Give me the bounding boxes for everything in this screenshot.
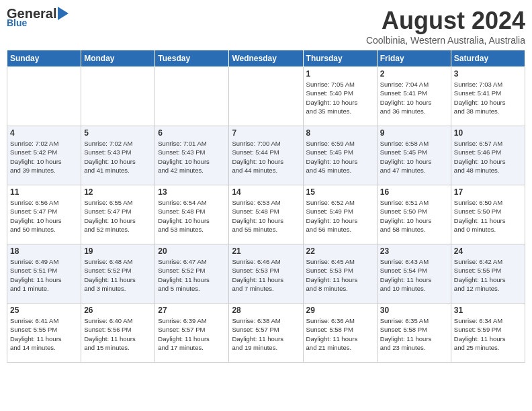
location: Coolbinia, Western Australia, Australia bbox=[366, 35, 525, 46]
day-info: Sunrise: 6:34 AM Sunset: 5:59 PM Dayligh… bbox=[454, 316, 522, 352]
day-info: Sunrise: 6:45 AM Sunset: 5:53 PM Dayligh… bbox=[306, 257, 374, 293]
calendar-week-1: 1Sunrise: 7:05 AM Sunset: 5:40 PM Daylig… bbox=[7, 67, 525, 126]
day-number: 13 bbox=[158, 187, 226, 197]
day-number: 17 bbox=[454, 187, 522, 197]
calendar-week-3: 11Sunrise: 6:56 AM Sunset: 5:47 PM Dayli… bbox=[7, 185, 525, 244]
page-header: General Blue August 2024 Coolbinia, West… bbox=[7, 7, 525, 46]
day-number: 27 bbox=[158, 306, 226, 315]
calendar-cell-5-3: 27Sunrise: 6:39 AM Sunset: 5:57 PM Dayli… bbox=[155, 304, 229, 363]
calendar-cell-5-5: 29Sunrise: 6:36 AM Sunset: 5:58 PM Dayli… bbox=[303, 304, 377, 363]
calendar-week-4: 18Sunrise: 6:49 AM Sunset: 5:51 PM Dayli… bbox=[7, 244, 525, 304]
day-number: 26 bbox=[84, 306, 152, 315]
calendar-cell-4-7: 24Sunrise: 6:42 AM Sunset: 5:55 PM Dayli… bbox=[451, 244, 525, 304]
calendar-cell-3-3: 13Sunrise: 6:54 AM Sunset: 5:48 PM Dayli… bbox=[155, 185, 229, 244]
day-number: 24 bbox=[454, 246, 522, 256]
header-monday: Monday bbox=[81, 50, 155, 67]
day-info: Sunrise: 6:56 AM Sunset: 5:47 PM Dayligh… bbox=[10, 198, 78, 234]
calendar-cell-5-4: 28Sunrise: 6:38 AM Sunset: 5:57 PM Dayli… bbox=[229, 304, 303, 363]
calendar-cell-2-4: 7Sunrise: 7:00 AM Sunset: 5:44 PM Daylig… bbox=[229, 126, 303, 185]
day-number: 22 bbox=[306, 246, 374, 256]
day-number: 20 bbox=[158, 246, 226, 256]
day-number: 30 bbox=[380, 306, 448, 315]
day-number: 15 bbox=[306, 187, 374, 197]
day-info: Sunrise: 7:03 AM Sunset: 5:41 PM Dayligh… bbox=[454, 80, 522, 116]
calendar-cell-2-7: 10Sunrise: 6:57 AM Sunset: 5:46 PM Dayli… bbox=[451, 126, 525, 185]
month-title: August 2024 bbox=[366, 7, 525, 35]
day-number: 4 bbox=[10, 128, 78, 138]
header-wednesday: Wednesday bbox=[229, 50, 303, 67]
day-info: Sunrise: 6:57 AM Sunset: 5:46 PM Dayligh… bbox=[454, 139, 522, 175]
calendar-cell-3-5: 15Sunrise: 6:52 AM Sunset: 5:49 PM Dayli… bbox=[303, 185, 377, 244]
calendar-cell-4-2: 19Sunrise: 6:48 AM Sunset: 5:52 PM Dayli… bbox=[81, 244, 155, 304]
day-number: 5 bbox=[84, 128, 152, 138]
day-info: Sunrise: 6:54 AM Sunset: 5:48 PM Dayligh… bbox=[158, 198, 226, 234]
calendar-cell-1-2 bbox=[81, 67, 155, 126]
calendar-cell-3-2: 12Sunrise: 6:55 AM Sunset: 5:47 PM Dayli… bbox=[81, 185, 155, 244]
day-info: Sunrise: 6:52 AM Sunset: 5:49 PM Dayligh… bbox=[306, 198, 374, 234]
calendar-cell-3-7: 17Sunrise: 6:50 AM Sunset: 5:50 PM Dayli… bbox=[451, 185, 525, 244]
calendar-cell-5-6: 30Sunrise: 6:35 AM Sunset: 5:58 PM Dayli… bbox=[377, 304, 451, 363]
day-number: 3 bbox=[454, 69, 522, 79]
calendar-cell-1-4 bbox=[229, 67, 303, 126]
calendar-cell-2-6: 9Sunrise: 6:58 AM Sunset: 5:45 PM Daylig… bbox=[377, 126, 451, 185]
day-info: Sunrise: 6:43 AM Sunset: 5:54 PM Dayligh… bbox=[380, 257, 448, 293]
day-info: Sunrise: 7:01 AM Sunset: 5:43 PM Dayligh… bbox=[158, 139, 226, 175]
day-info: Sunrise: 6:55 AM Sunset: 5:47 PM Dayligh… bbox=[84, 198, 152, 234]
day-info: Sunrise: 6:53 AM Sunset: 5:48 PM Dayligh… bbox=[232, 198, 300, 234]
day-info: Sunrise: 6:46 AM Sunset: 5:53 PM Dayligh… bbox=[232, 257, 300, 293]
day-info: Sunrise: 6:36 AM Sunset: 5:58 PM Dayligh… bbox=[306, 316, 374, 352]
calendar-week-2: 4Sunrise: 7:02 AM Sunset: 5:42 PM Daylig… bbox=[7, 126, 525, 185]
header-thursday: Thursday bbox=[303, 50, 377, 67]
day-number: 25 bbox=[10, 306, 78, 315]
day-number: 23 bbox=[380, 246, 448, 256]
calendar-cell-5-2: 26Sunrise: 6:40 AM Sunset: 5:56 PM Dayli… bbox=[81, 304, 155, 363]
day-number: 29 bbox=[306, 306, 374, 315]
day-info: Sunrise: 7:02 AM Sunset: 5:43 PM Dayligh… bbox=[84, 139, 152, 175]
day-number: 18 bbox=[10, 246, 78, 256]
calendar-cell-1-3 bbox=[155, 67, 229, 126]
day-info: Sunrise: 7:02 AM Sunset: 5:42 PM Dayligh… bbox=[10, 139, 78, 175]
day-info: Sunrise: 6:41 AM Sunset: 5:55 PM Dayligh… bbox=[10, 316, 78, 352]
day-number: 9 bbox=[380, 128, 448, 138]
day-number: 21 bbox=[232, 246, 300, 256]
title-block: August 2024 Coolbinia, Western Australia… bbox=[366, 7, 525, 46]
day-number: 14 bbox=[232, 187, 300, 197]
calendar-week-5: 25Sunrise: 6:41 AM Sunset: 5:55 PM Dayli… bbox=[7, 304, 525, 363]
calendar-cell-3-1: 11Sunrise: 6:56 AM Sunset: 5:47 PM Dayli… bbox=[7, 185, 81, 244]
calendar-table: SundayMondayTuesdayWednesdayThursdayFrid… bbox=[7, 50, 525, 363]
calendar-cell-3-4: 14Sunrise: 6:53 AM Sunset: 5:48 PM Dayli… bbox=[229, 185, 303, 244]
day-info: Sunrise: 6:49 AM Sunset: 5:51 PM Dayligh… bbox=[10, 257, 78, 293]
calendar-cell-4-6: 23Sunrise: 6:43 AM Sunset: 5:54 PM Dayli… bbox=[377, 244, 451, 304]
logo-blue: Blue bbox=[7, 17, 27, 28]
header-friday: Friday bbox=[377, 50, 451, 67]
day-info: Sunrise: 6:51 AM Sunset: 5:50 PM Dayligh… bbox=[380, 198, 448, 234]
calendar-header-row: SundayMondayTuesdayWednesdayThursdayFrid… bbox=[7, 50, 525, 67]
day-info: Sunrise: 6:40 AM Sunset: 5:56 PM Dayligh… bbox=[84, 316, 152, 352]
calendar-cell-1-7: 3Sunrise: 7:03 AM Sunset: 5:41 PM Daylig… bbox=[451, 67, 525, 126]
day-number: 10 bbox=[454, 128, 522, 138]
day-number: 12 bbox=[84, 187, 152, 197]
calendar-cell-5-7: 31Sunrise: 6:34 AM Sunset: 5:59 PM Dayli… bbox=[451, 304, 525, 363]
calendar-cell-4-5: 22Sunrise: 6:45 AM Sunset: 5:53 PM Dayli… bbox=[303, 244, 377, 304]
day-info: Sunrise: 6:48 AM Sunset: 5:52 PM Dayligh… bbox=[84, 257, 152, 293]
calendar-cell-1-6: 2Sunrise: 7:04 AM Sunset: 5:41 PM Daylig… bbox=[377, 67, 451, 126]
day-number: 8 bbox=[306, 128, 374, 138]
day-info: Sunrise: 6:35 AM Sunset: 5:58 PM Dayligh… bbox=[380, 316, 448, 352]
day-number: 2 bbox=[380, 69, 448, 79]
day-info: Sunrise: 7:05 AM Sunset: 5:40 PM Dayligh… bbox=[306, 80, 374, 116]
calendar-cell-2-5: 8Sunrise: 6:59 AM Sunset: 5:45 PM Daylig… bbox=[303, 126, 377, 185]
day-number: 1 bbox=[306, 69, 374, 79]
day-number: 7 bbox=[232, 128, 300, 138]
header-saturday: Saturday bbox=[451, 50, 525, 67]
day-info: Sunrise: 6:47 AM Sunset: 5:52 PM Dayligh… bbox=[158, 257, 226, 293]
day-number: 31 bbox=[454, 306, 522, 315]
day-number: 19 bbox=[84, 246, 152, 256]
calendar-cell-2-3: 6Sunrise: 7:01 AM Sunset: 5:43 PM Daylig… bbox=[155, 126, 229, 185]
calendar-cell-2-1: 4Sunrise: 7:02 AM Sunset: 5:42 PM Daylig… bbox=[7, 126, 81, 185]
calendar-cell-5-1: 25Sunrise: 6:41 AM Sunset: 5:55 PM Dayli… bbox=[7, 304, 81, 363]
calendar-cell-1-5: 1Sunrise: 7:05 AM Sunset: 5:40 PM Daylig… bbox=[303, 67, 377, 126]
calendar-cell-4-3: 20Sunrise: 6:47 AM Sunset: 5:52 PM Dayli… bbox=[155, 244, 229, 304]
calendar-cell-4-1: 18Sunrise: 6:49 AM Sunset: 5:51 PM Dayli… bbox=[7, 244, 81, 304]
day-info: Sunrise: 7:04 AM Sunset: 5:41 PM Dayligh… bbox=[380, 80, 448, 116]
calendar-cell-4-4: 21Sunrise: 6:46 AM Sunset: 5:53 PM Dayli… bbox=[229, 244, 303, 304]
